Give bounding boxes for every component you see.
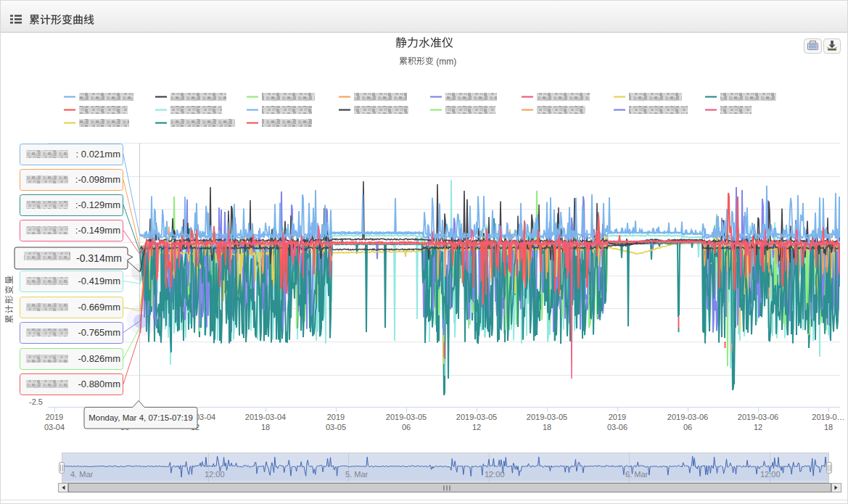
- svg-text:2019-03-06: 2019-03-06: [667, 413, 708, 421]
- svg-text:-0.314mm: -0.314mm: [76, 252, 122, 264]
- svg-text::-0.129mm: :-0.129mm: [75, 199, 120, 210]
- svg-text:18: 18: [824, 423, 833, 431]
- svg-text:2019-03-05: 2019-03-05: [386, 413, 427, 421]
- svg-text:03-04: 03-04: [44, 423, 65, 431]
- svg-text:Monday, Mar 4, 07:15-07:19: Monday, Mar 4, 07:15-07:19: [88, 413, 193, 422]
- svg-text:06: 06: [402, 423, 411, 431]
- svg-text:2019-03-06: 2019-03-06: [738, 413, 778, 421]
- svg-text:12:00: 12:00: [485, 470, 505, 479]
- svg-text::-0.149mm: :-0.149mm: [75, 225, 120, 236]
- svg-text:-0.880mm: -0.880mm: [78, 379, 120, 389]
- svg-text:4. Mar: 4. Mar: [70, 470, 94, 479]
- svg-text:-2.5: -2.5: [29, 397, 43, 406]
- svg-text:06: 06: [683, 423, 692, 431]
- svg-text:2019: 2019: [46, 413, 63, 421]
- svg-text:6. Mar: 6. Mar: [625, 470, 649, 479]
- svg-text:12: 12: [754, 423, 762, 431]
- svg-text:2019-0…: 2019-0…: [812, 413, 844, 421]
- svg-text:12: 12: [472, 423, 481, 431]
- svg-text:2019: 2019: [327, 413, 345, 421]
- svg-text:: 0.021mm: : 0.021mm: [76, 149, 120, 160]
- svg-text::-0.098mm: :-0.098mm: [75, 174, 120, 185]
- svg-text:2019: 2019: [609, 413, 626, 421]
- svg-text:18: 18: [261, 423, 270, 431]
- svg-text:5. Mar: 5. Mar: [345, 470, 369, 479]
- svg-text:-0.419mm: -0.419mm: [78, 276, 120, 286]
- svg-text:-0.826mm: -0.826mm: [78, 353, 120, 364]
- svg-text:2019-03-05: 2019-03-05: [527, 413, 567, 421]
- svg-text:(mm): (mm): [434, 57, 456, 67]
- svg-text:2019-03-05: 2019-03-05: [456, 413, 497, 421]
- svg-text:2019-03-04: 2019-03-04: [245, 413, 286, 421]
- svg-text:18: 18: [543, 423, 551, 431]
- svg-text:03-05: 03-05: [326, 423, 346, 431]
- svg-text:12:00: 12:00: [760, 470, 781, 479]
- svg-text:-0.765mm: -0.765mm: [78, 327, 120, 338]
- svg-text:03-06: 03-06: [607, 423, 627, 431]
- svg-text:-0.669mm: -0.669mm: [78, 302, 120, 313]
- svg-text:12:00: 12:00: [205, 470, 225, 479]
